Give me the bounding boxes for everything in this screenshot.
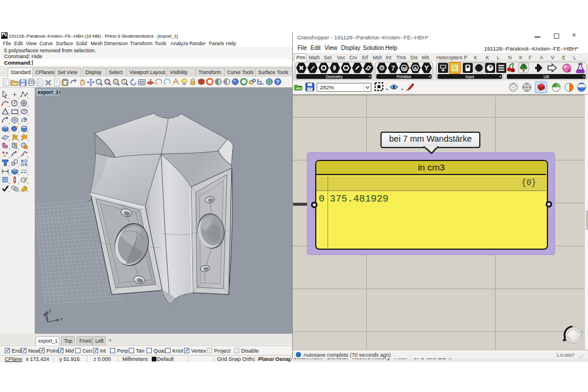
svg-text:z: z (49, 309, 51, 313)
svg-text:Util: Util (543, 75, 549, 79)
svg-text:A: A (414, 66, 417, 71)
svg-text:282%: 282% (320, 84, 335, 91)
svg-text:+: + (499, 75, 502, 79)
svg-text:x: x (61, 317, 63, 321)
svg-text:Primitive: Primitive (397, 75, 412, 79)
svg-text:+: + (369, 75, 371, 79)
svg-text:Input: Input (466, 75, 475, 79)
svg-text:Geometry: Geometry (326, 75, 343, 79)
svg-text:M: M (402, 66, 406, 71)
svg-text:7: 7 (391, 65, 395, 72)
svg-text:+: + (429, 75, 431, 79)
svg-text:+: + (583, 75, 585, 79)
svg-text:?: ? (276, 79, 279, 85)
